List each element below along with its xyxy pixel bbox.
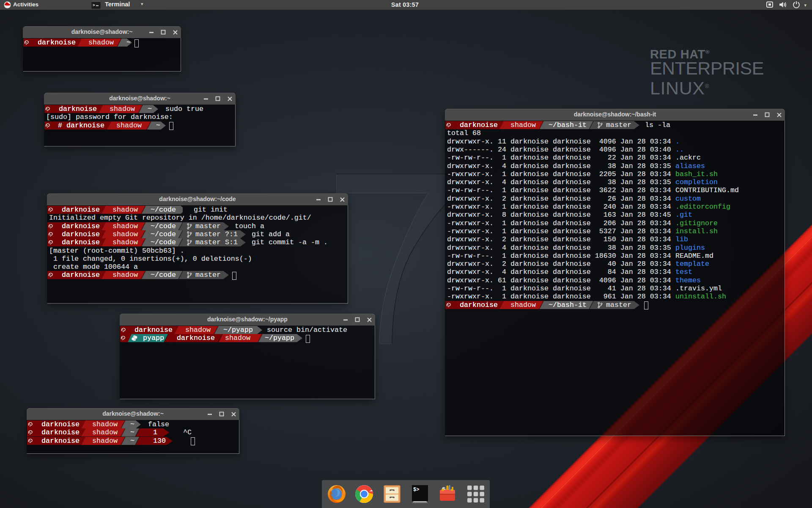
svg-text:$>: $> bbox=[413, 487, 419, 493]
svg-text:>: > bbox=[93, 3, 95, 8]
